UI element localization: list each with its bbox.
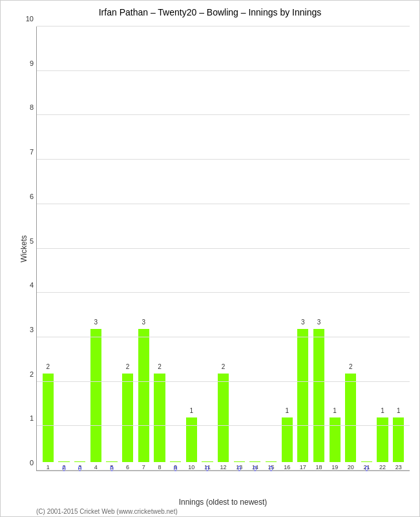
- bar-zero-label: 0: [174, 465, 178, 472]
- bar-zero-label: 0: [269, 465, 273, 472]
- bar-value-label: 1: [285, 407, 289, 414]
- grid-line: [37, 159, 410, 160]
- bar-zero-label: 0: [365, 465, 369, 472]
- bar-group: 37: [136, 26, 152, 470]
- bar: 1: [393, 417, 404, 462]
- bar-zero: 0: [361, 461, 372, 462]
- bar-value-label: 1: [397, 407, 401, 414]
- chart-area: 2102033405263728091100112120130140151163…: [36, 26, 410, 471]
- bar-zero-label: 0: [237, 465, 241, 472]
- bar: 3: [297, 329, 308, 462]
- bar-value-label: 3: [317, 319, 321, 326]
- bar-group: 014: [247, 26, 264, 470]
- grid-line: [37, 381, 410, 382]
- grid-line: [37, 26, 410, 26]
- bar-group: 013: [231, 26, 247, 470]
- bar-group: 05: [104, 26, 120, 470]
- bar-zero-label: 0: [253, 465, 257, 472]
- bar: 1: [186, 417, 197, 462]
- bar: 2: [154, 374, 165, 462]
- bar-value-label: 1: [333, 407, 337, 414]
- bar-group: 220: [342, 26, 359, 470]
- y-tick-label: 5: [17, 237, 34, 245]
- bar-group: 34: [88, 26, 104, 470]
- bar: 3: [313, 329, 324, 462]
- bar-group: 011: [200, 26, 216, 470]
- y-tick-label: 8: [17, 103, 34, 111]
- copyright: (C) 2001-2015 Cricket Web (www.cricketwe…: [36, 508, 178, 515]
- bar: 2: [43, 374, 54, 462]
- bar-group: 26: [120, 26, 136, 470]
- bar-group: 119: [327, 26, 343, 470]
- x-axis-title: Innings (oldest to newest): [36, 498, 410, 507]
- bar-group: 317: [295, 26, 311, 470]
- bar-zero: 0: [202, 461, 213, 462]
- bar-zero: 0: [58, 461, 69, 462]
- bar-group: 28: [152, 26, 168, 470]
- grid-line: [37, 70, 410, 71]
- grid-line: [37, 248, 410, 249]
- chart-container: Irfan Pathan – Twenty20 – Bowling – Inni…: [0, 0, 420, 517]
- bar-group: 02: [56, 26, 72, 470]
- y-tick-label: 4: [17, 281, 34, 289]
- bar-value-label: 2: [158, 363, 162, 370]
- y-tick-label: 0: [17, 459, 34, 467]
- bar-zero-label: 0: [78, 465, 82, 472]
- bar-value-label: 2: [222, 363, 226, 370]
- bar-group: 09: [167, 26, 184, 470]
- y-tick-label: 6: [17, 193, 34, 200]
- bar-zero: 0: [266, 461, 277, 462]
- grid-line: [37, 425, 410, 426]
- bar-zero-label: 0: [205, 465, 209, 472]
- bar: 1: [330, 417, 341, 462]
- bar: 2: [218, 374, 229, 462]
- bar-group: 21: [40, 26, 56, 470]
- bar-value-label: 3: [142, 319, 145, 326]
- bar-value-label: 2: [349, 363, 353, 370]
- bar-zero: 0: [170, 461, 181, 462]
- bar-group: 212: [215, 26, 231, 470]
- y-tick-label: 3: [17, 326, 34, 333]
- y-tick-label: 7: [17, 148, 34, 156]
- bar-group: 122: [375, 26, 391, 470]
- bars-wrapper: 2102033405263728091100112120130140151163…: [37, 26, 410, 470]
- bar-group: 123: [390, 26, 406, 470]
- bar: 2: [345, 374, 356, 462]
- bar-zero: 0: [234, 461, 245, 462]
- bar-zero: 0: [74, 461, 85, 462]
- bar-zero-label: 0: [62, 465, 66, 472]
- grid-line: [37, 470, 410, 470]
- bar-group: 318: [311, 26, 327, 470]
- bar: 3: [90, 329, 101, 462]
- bar: 1: [377, 417, 388, 462]
- bar-value-label: 3: [94, 319, 98, 326]
- bar-zero: 0: [106, 461, 117, 462]
- bar: 2: [122, 374, 133, 462]
- bar-group: 03: [72, 26, 88, 470]
- bar-value-label: 1: [189, 407, 193, 414]
- bar: 3: [138, 329, 149, 462]
- bar-group: 110: [184, 26, 200, 470]
- grid-line: [37, 337, 410, 337]
- y-tick-label: 10: [17, 15, 34, 23]
- bar-value-label: 2: [126, 363, 130, 370]
- bar-zero-label: 0: [110, 465, 114, 472]
- bar-group: 116: [279, 26, 295, 470]
- bar-value-label: 2: [47, 363, 50, 370]
- grid-line: [37, 204, 410, 204]
- y-tick-label: 1: [17, 414, 34, 422]
- grid-line: [37, 292, 410, 293]
- bar-zero: 0: [249, 461, 260, 462]
- y-tick-label: 2: [17, 370, 34, 378]
- bar-group: 021: [359, 26, 375, 470]
- chart-title: Irfan Pathan – Twenty20 – Bowling – Inni…: [1, 1, 419, 21]
- y-tick-label: 9: [17, 59, 34, 67]
- bar-value-label: 3: [301, 319, 305, 326]
- grid-line: [37, 114, 410, 115]
- bar-group: 015: [263, 26, 279, 470]
- bar-value-label: 1: [381, 407, 384, 414]
- y-axis-title: Wickets: [10, 26, 37, 471]
- bar: 1: [282, 417, 293, 462]
